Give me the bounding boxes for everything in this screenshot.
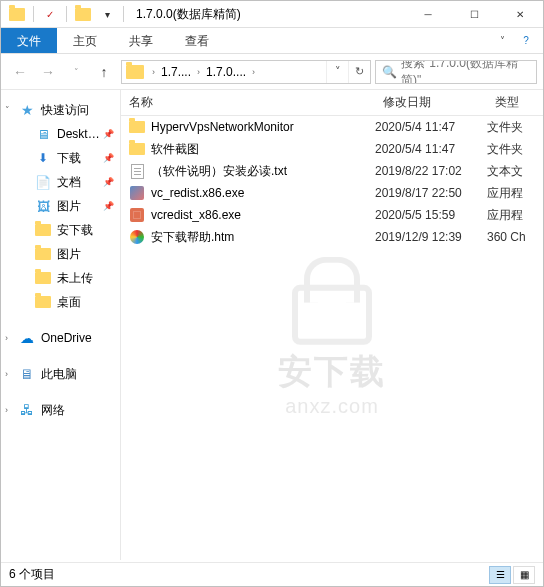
address-bar[interactable]: › 1.7.... › 1.7.0.... › ˅ ↻ xyxy=(121,60,371,84)
ribbon: 文件 主页 共享 查看 ˅ ? xyxy=(1,28,543,54)
pc-icon: 🖥 xyxy=(19,366,35,382)
pin-icon: 📌 xyxy=(103,201,114,211)
window-title: 1.7.0.0(数据库精简) xyxy=(132,6,405,23)
nav-bar: ← → ˅ ↑ › 1.7.... › 1.7.0.... › ˅ ↻ 🔍 搜索… xyxy=(1,54,543,90)
title-bar: ✓ ▾ 1.7.0.0(数据库精简) ─ ☐ ✕ xyxy=(1,1,543,28)
file-row[interactable]: vcredist_x86.exe2020/5/5 15:59应用程 xyxy=(121,204,543,226)
folder-icon xyxy=(35,270,51,286)
close-button[interactable]: ✕ xyxy=(497,1,543,28)
help-icon[interactable]: ? xyxy=(515,30,537,52)
folder-icon xyxy=(35,246,51,262)
folder-icon xyxy=(35,222,51,238)
tab-home[interactable]: 主页 xyxy=(57,28,113,53)
sidebar-this-pc[interactable]: ›🖥此电脑 xyxy=(1,362,120,386)
exe-icon xyxy=(127,186,147,200)
file-row[interactable]: 安下载帮助.htm2019/12/9 12:39360 Ch xyxy=(121,226,543,248)
star-icon: ★ xyxy=(19,102,35,118)
file-list: 安下载 anxz.com HypervVpsNetworkMonitor2020… xyxy=(121,116,543,560)
file-name: （软件说明）安装必读.txt xyxy=(151,163,375,180)
forward-button[interactable]: → xyxy=(35,59,61,85)
status-bar: 6 个项目 ☰ ▦ xyxy=(1,562,543,586)
search-input[interactable]: 🔍 搜索"1.7.0.0(数据库精简)" xyxy=(375,60,537,84)
sidebar-item-folder[interactable]: 桌面 xyxy=(1,290,120,314)
sidebar-item-folder[interactable]: 图片 xyxy=(1,242,120,266)
status-text: 6 个项目 xyxy=(9,566,55,583)
recent-dropdown[interactable]: ˅ xyxy=(63,59,89,85)
file-list-pane: 名称 修改日期 类型 安下载 anxz.com HypervVpsNetwork… xyxy=(121,90,543,560)
file-name: vcredist_x86.exe xyxy=(151,208,375,222)
refresh-icon[interactable]: ↻ xyxy=(348,61,370,83)
file-date: 2020/5/4 11:47 xyxy=(375,142,487,156)
sidebar-item-pictures[interactable]: 🖼图片📌 xyxy=(1,194,120,218)
sidebar-item-folder[interactable]: 安下载 xyxy=(1,218,120,242)
chevron-right-icon[interactable]: › xyxy=(148,67,159,77)
chevron-down-icon[interactable]: ˅ xyxy=(5,105,10,115)
qat-dropdown-icon[interactable]: ▾ xyxy=(99,6,115,22)
view-icons-button[interactable]: ▦ xyxy=(513,566,535,584)
tab-share[interactable]: 共享 xyxy=(113,28,169,53)
file-row[interactable]: 软件截图2020/5/4 11:47文件夹 xyxy=(121,138,543,160)
minimize-button[interactable]: ─ xyxy=(405,1,451,28)
sidebar-item-desktop[interactable]: 🖥Deskt…📌 xyxy=(1,122,120,146)
chevron-right-icon[interactable]: › xyxy=(5,405,8,415)
sidebar-item-folder[interactable]: 未上传 xyxy=(1,266,120,290)
file-date: 2019/8/17 22:50 xyxy=(375,186,487,200)
file-row[interactable]: （软件说明）安装必读.txt2019/8/22 17:02文本文 xyxy=(121,160,543,182)
sidebar-item-documents[interactable]: 📄文档📌 xyxy=(1,170,120,194)
file-type: 360 Ch xyxy=(487,230,543,244)
up-button[interactable]: ↑ xyxy=(91,59,117,85)
folder-icon xyxy=(127,121,147,133)
chevron-right-icon[interactable]: › xyxy=(5,369,8,379)
download-icon: ⬇ xyxy=(35,150,51,166)
breadcrumb-item[interactable]: 1.7.... xyxy=(159,61,193,83)
sidebar-onedrive[interactable]: ›☁OneDrive xyxy=(1,326,120,350)
lock-icon xyxy=(292,285,372,345)
nav-sidebar: ˅ ★ 快速访问 🖥Deskt…📌 ⬇下载📌 📄文档📌 🖼图片📌 安下载 图片 … xyxy=(1,90,121,560)
ribbon-expand-icon[interactable]: ˅ xyxy=(491,30,513,52)
file-date: 2019/8/22 17:02 xyxy=(375,164,487,178)
picture-icon: 🖼 xyxy=(35,198,51,214)
breadcrumb-item[interactable]: 1.7.0.... xyxy=(204,61,248,83)
column-name[interactable]: 名称 xyxy=(121,94,375,111)
view-details-button[interactable]: ☰ xyxy=(489,566,511,584)
file-type: 应用程 xyxy=(487,207,543,224)
tab-file[interactable]: 文件 xyxy=(1,28,57,53)
sidebar-quick-access[interactable]: ˅ ★ 快速访问 xyxy=(1,98,120,122)
back-button[interactable]: ← xyxy=(7,59,33,85)
chevron-right-icon[interactable]: › xyxy=(193,67,204,77)
file-type: 应用程 xyxy=(487,185,543,202)
file-row[interactable]: HypervVpsNetworkMonitor2020/5/4 11:47文件夹 xyxy=(121,116,543,138)
search-placeholder: 搜索"1.7.0.0(数据库精简)" xyxy=(401,60,530,84)
quick-save-icon[interactable]: ✓ xyxy=(42,6,58,22)
search-icon: 🔍 xyxy=(382,65,397,79)
folder-icon xyxy=(127,143,147,155)
pin-icon: 📌 xyxy=(103,129,114,139)
folder-icon xyxy=(35,294,51,310)
sidebar-network[interactable]: ›🖧网络 xyxy=(1,398,120,422)
chevron-right-icon[interactable]: › xyxy=(248,67,259,77)
column-date[interactable]: 修改日期 xyxy=(375,94,487,111)
file-date: 2020/5/5 15:59 xyxy=(375,208,487,222)
sidebar-item-downloads[interactable]: ⬇下载📌 xyxy=(1,146,120,170)
txt-icon xyxy=(127,164,147,179)
pin-icon: 📌 xyxy=(103,153,114,163)
file-row[interactable]: vc_redist.x86.exe2019/8/17 22:50应用程 xyxy=(121,182,543,204)
sidebar-label: 快速访问 xyxy=(41,102,89,119)
watermark: 安下载 anxz.com xyxy=(278,285,386,418)
maximize-button[interactable]: ☐ xyxy=(451,1,497,28)
file-date: 2019/12/9 12:39 xyxy=(375,230,487,244)
address-dropdown-icon[interactable]: ˅ xyxy=(326,61,348,83)
column-type[interactable]: 类型 xyxy=(487,94,543,111)
file-name: 软件截图 xyxy=(151,141,375,158)
file-name: HypervVpsNetworkMonitor xyxy=(151,120,375,134)
htm-icon xyxy=(127,230,147,244)
folder-icon[interactable] xyxy=(75,6,91,22)
document-icon: 📄 xyxy=(35,174,51,190)
file-name: 安下载帮助.htm xyxy=(151,229,375,246)
file-type: 文件夹 xyxy=(487,141,543,158)
exe2-icon xyxy=(127,208,147,222)
chevron-right-icon[interactable]: › xyxy=(5,333,8,343)
file-name: vc_redist.x86.exe xyxy=(151,186,375,200)
folder-icon xyxy=(126,65,144,79)
tab-view[interactable]: 查看 xyxy=(169,28,225,53)
